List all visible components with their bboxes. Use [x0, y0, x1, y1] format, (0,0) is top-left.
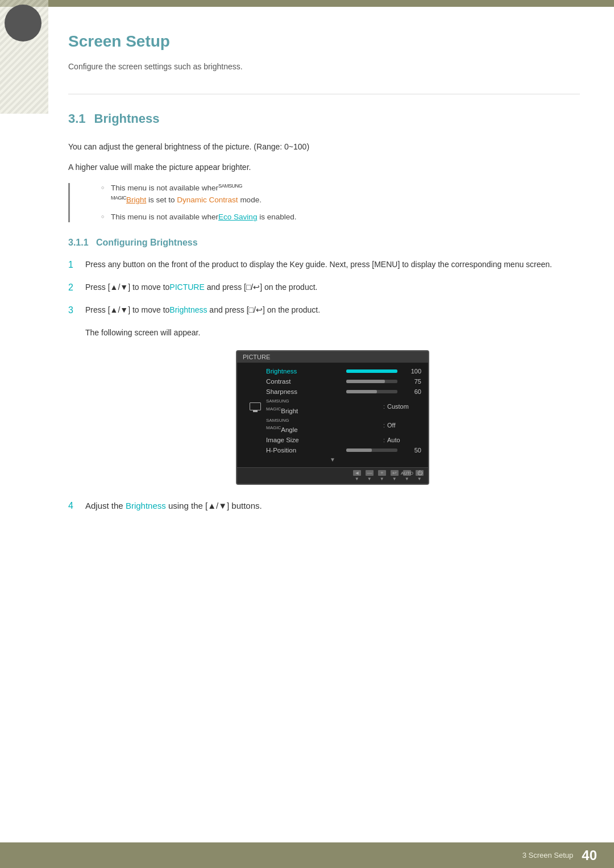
menu-row-image-size: Image Size : Auto [237, 435, 428, 445]
footer-page-number: 40 [582, 848, 597, 863]
step-1: 1 Press any button on the front of the p… [68, 258, 580, 272]
step2-suffix: and press [□/↩] on the product. [205, 283, 318, 292]
scroll-indicator: ▼ [237, 456, 428, 463]
screen-title-bar: PICTURE [237, 351, 428, 363]
menu-row-sharpness: Sharpness 60 [237, 387, 428, 397]
screen-mockup-container: PICTURE Brightness 100 [85, 350, 580, 485]
ctrl-left-icon: ◄ [353, 470, 361, 476]
step2-highlight: PICTURE [169, 283, 204, 292]
ctrl-minus-label: ▼ [367, 476, 372, 481]
note1-bright: Bright [126, 196, 146, 204]
ctrl-minus: — ▼ [366, 470, 374, 481]
image-size-colon: : [383, 437, 385, 443]
menu-row-magic-angle: SAMSUNGMAGICAngle : Off [237, 416, 428, 435]
menu-row-contrast: Contrast 75 [237, 376, 428, 387]
ctrl-auto-label: ▼ [405, 476, 409, 481]
page-title: Screen Setup [68, 32, 580, 51]
step-2: 2 Press [▲/▼] to move toPICTURE and pres… [68, 281, 580, 294]
hposition-value: 50 [409, 447, 421, 454]
divider [68, 94, 580, 94]
step4-prefix: Adjust the [85, 501, 123, 510]
ctrl-plus-label: ▼ [380, 476, 384, 481]
ctrl-auto: AUTO ▼ [403, 470, 411, 481]
hposition-bar-container [346, 448, 409, 452]
notes-list: This menu is not available wherSAMSUNGMA… [102, 182, 580, 223]
note2: This menu is not available wherEco Savin… [102, 211, 580, 223]
step-3-num: 3 [68, 304, 78, 317]
sharpness-value: 60 [409, 388, 421, 395]
note1-suffix: is set to [146, 196, 177, 204]
menu-row-magic-bright: SAMSUNGMAGICBright : Custom [237, 397, 428, 416]
step3-prefix: Press [▲/▼] to move to [85, 305, 169, 314]
brightness-value: 100 [409, 368, 421, 375]
ctrl-power: ⏻ ▼ [416, 470, 424, 481]
note1-prefix: This menu is not available wher [111, 184, 218, 192]
step-2-num: 2 [68, 281, 78, 294]
magic-bright-label: SAMSUNGMAGICBright [263, 398, 383, 414]
contrast-bar-bg [346, 380, 397, 383]
footer-section-label: 3 Screen Setup [522, 851, 574, 859]
section-heading: 3.1 Brightness [68, 111, 580, 126]
note2-prefix: This menu is not available wher [111, 213, 218, 221]
menu-row-hposition: H-Position 50 [237, 445, 428, 455]
step3-subtext: The following screen will appear. [85, 326, 580, 339]
subsection-title: Configuring Brightness [96, 238, 198, 247]
ctrl-auto-icon: AUTO [403, 470, 411, 476]
top-bar [0, 0, 614, 7]
magic-angle-label: SAMSUNGMAGICAngle [263, 418, 383, 434]
sharpness-label: Sharpness [263, 388, 346, 395]
step-1-num: 1 [68, 258, 78, 272]
ctrl-enter-icon: ↩ [391, 470, 399, 476]
image-size-label: Image Size [263, 437, 383, 443]
contrast-bar-fill [346, 380, 385, 383]
description2: A higher value will make the picture app… [68, 161, 580, 173]
chapter-circle [5, 5, 42, 41]
sharpness-bar-container [346, 390, 409, 393]
hposition-bar-fill [346, 448, 372, 452]
steps-list: 1 Press any button on the front of the p… [68, 258, 580, 317]
ctrl-minus-icon: — [366, 470, 374, 476]
note2-suffix: is enabled. [257, 213, 296, 221]
screen-menu-title: PICTURE [243, 354, 270, 360]
screen-controls: ◄ ▼ — ▼ + ▼ ↩ ▼ AUTO ▼ [237, 467, 428, 484]
note1-end: mode. [238, 196, 262, 204]
ctrl-plus: + ▼ [378, 470, 386, 481]
contrast-label: Contrast [263, 378, 346, 385]
ctrl-power-icon: ⏻ [416, 470, 424, 476]
brightness-bar-bg [346, 369, 397, 373]
brightness-bar-container [346, 369, 409, 373]
magic-bright-colon: : [383, 403, 385, 410]
note1-highlight: Dynamic Contrast [177, 196, 238, 204]
step2-prefix: Press [▲/▼] to move to [85, 283, 169, 292]
ctrl-plus-icon: + [378, 470, 386, 476]
hposition-label: H-Position [263, 447, 346, 454]
sharpness-bar-bg [346, 390, 397, 393]
note1: This menu is not available wherSAMSUNGMA… [102, 182, 580, 206]
brightness-label: Brightness [263, 368, 346, 375]
section-number: 3.1 [68, 111, 86, 126]
step-4-text: Adjust the Brightness using the [▲/▼] bu… [85, 499, 580, 513]
section-title: Brightness [94, 111, 160, 126]
ctrl-left: ◄ ▼ [353, 470, 361, 481]
note2-link: Eco Saving [218, 213, 257, 221]
note-bar [68, 183, 70, 222]
step-3-text: Press [▲/▼] to move toBrightness and pre… [85, 304, 580, 316]
step4-highlight: Brightness [126, 501, 166, 510]
monitor-icon [250, 402, 261, 410]
description1: You can adjust the general brightness of… [68, 140, 580, 153]
ctrl-left-label: ▼ [355, 476, 359, 481]
subsection-heading: 3.1.1 Configuring Brightness [68, 238, 580, 248]
footer: 3 Screen Setup 40 [0, 842, 614, 868]
magic-angle-colon: : [383, 422, 385, 429]
main-content: Screen Setup Configure the screen settin… [51, 7, 614, 570]
screen-mockup: PICTURE Brightness 100 [236, 350, 429, 485]
step3-suffix: and press [□/↩] on the product. [207, 305, 320, 314]
step-4-container: 4 Adjust the Brightness using the [▲/▼] … [68, 499, 580, 513]
brightness-bar-fill [346, 369, 397, 373]
menu-row-brightness: Brightness 100 [237, 366, 428, 376]
hposition-bar-bg [346, 448, 397, 452]
contrast-value: 75 [409, 378, 421, 385]
subsection-number: 3.1.1 [68, 238, 89, 247]
magic-angle-value: Off [387, 422, 421, 429]
ctrl-enter: ↩ ▼ [391, 470, 399, 481]
